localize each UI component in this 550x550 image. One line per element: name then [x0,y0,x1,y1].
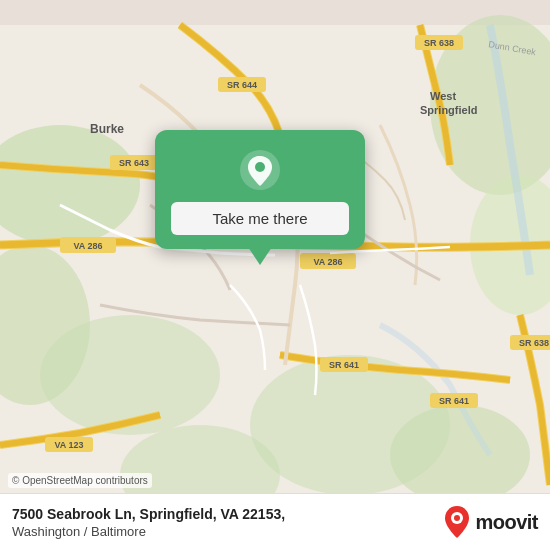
take-me-there-button[interactable]: Take me there [171,202,349,235]
address-block: 7500 Seabrook Ln, Springfield, VA 22153,… [12,505,285,538]
moovit-brand-text: moovit [475,511,538,534]
svg-text:SR 638: SR 638 [519,338,549,348]
map-attribution: © OpenStreetMap contributors [8,473,152,488]
svg-point-35 [454,515,460,521]
svg-point-33 [255,162,265,172]
address-line: 7500 Seabrook Ln, Springfield, VA 22153, [12,505,285,523]
svg-text:SR 641: SR 641 [439,396,469,406]
location-pin-icon [238,148,282,192]
svg-text:Springfield: Springfield [420,104,477,116]
city-line: Washington / Baltimore [12,524,285,539]
svg-text:SR 638: SR 638 [424,38,454,48]
svg-text:SR 643: SR 643 [119,158,149,168]
svg-point-5 [40,315,220,435]
attribution-text: © OpenStreetMap contributors [12,475,148,486]
svg-text:Burke: Burke [90,122,124,136]
svg-text:VA 286: VA 286 [73,241,102,251]
map-background: VA 286 VA 286 SR 644 SR 643 SR 638 SR 63… [0,0,550,550]
map-container: VA 286 VA 286 SR 644 SR 643 SR 638 SR 63… [0,0,550,550]
svg-text:VA 123: VA 123 [54,440,83,450]
svg-point-7 [390,405,530,505]
svg-text:West: West [430,90,456,102]
svg-text:SR 644: SR 644 [227,80,257,90]
svg-text:SR 641: SR 641 [329,360,359,370]
moovit-logo-pin-icon [443,504,471,540]
info-bar: 7500 Seabrook Ln, Springfield, VA 22153,… [0,493,550,550]
location-popup: Take me there [155,130,365,249]
moovit-logo: moovit [443,504,538,540]
svg-text:VA 286: VA 286 [313,257,342,267]
